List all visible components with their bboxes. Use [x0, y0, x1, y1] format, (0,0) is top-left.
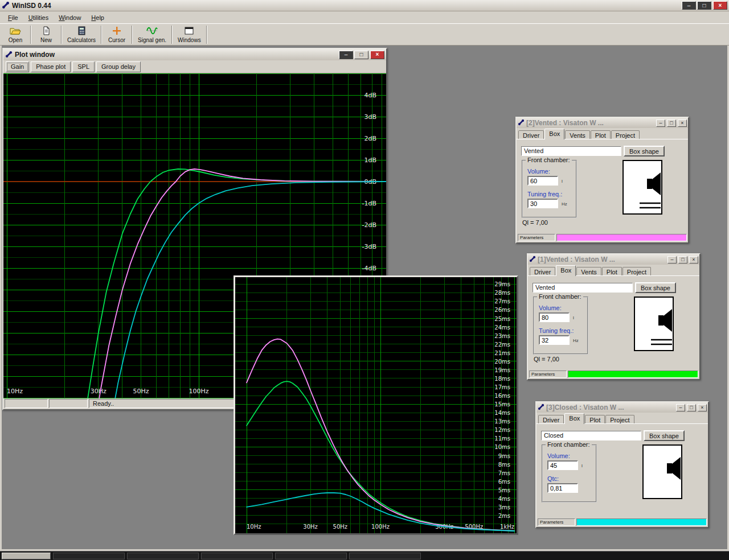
tab-phase-plot[interactable]: Phase plot — [31, 61, 71, 72]
group-delay-plot[interactable]: 29ms28ms27ms26ms25ms24ms23ms22ms21ms20ms… — [234, 275, 518, 535]
svg-text:15ms: 15ms — [494, 401, 510, 407]
minimize-button[interactable]: – — [656, 120, 665, 127]
svg-text:29ms: 29ms — [494, 281, 510, 287]
tab-plot[interactable]: Plot — [585, 415, 605, 424]
svg-text:-3dB: -3dB — [362, 243, 377, 250]
titlebar[interactable]: [3]Closed : Visaton W ... – □ × — [536, 402, 708, 413]
main-window-title: WinISD 0.44 — [12, 2, 679, 10]
windows-button[interactable]: Windows — [174, 24, 204, 45]
tab-gain[interactable]: Gain — [6, 61, 29, 72]
winisd-window-icon — [529, 256, 536, 263]
qtc-input[interactable] — [547, 483, 578, 493]
taskbar-button[interactable] — [53, 553, 125, 559]
new-button[interactable]: New — [33, 24, 59, 45]
tab-vents[interactable]: Vents — [576, 267, 601, 276]
maximize-button[interactable]: □ — [697, 1, 711, 10]
cursor-crosshair-icon — [111, 26, 122, 36]
tab-plot[interactable]: Plot — [602, 267, 622, 276]
minimize-button[interactable]: – — [676, 404, 685, 411]
app-icon — [2, 1, 10, 10]
tab-vents[interactable]: Vents — [565, 130, 590, 139]
group-label: Front chamber: — [546, 441, 592, 448]
tab-box[interactable]: Box — [556, 265, 576, 276]
box-type-field[interactable]: Vented — [533, 283, 633, 293]
menu-file[interactable]: File — [3, 13, 23, 23]
svg-text:30Hz: 30Hz — [91, 388, 107, 395]
plot-window-titlebar[interactable]: Plot window – □ × — [3, 49, 386, 60]
restore-button[interactable]: □ — [354, 51, 368, 59]
svg-text:8ms: 8ms — [498, 462, 510, 468]
svg-text:100Hz: 100Hz — [371, 524, 390, 530]
tab-project[interactable]: Project — [611, 130, 640, 139]
tab-group-delay[interactable]: Group delay — [96, 61, 141, 72]
minimize-button[interactable]: – — [682, 1, 696, 10]
svg-text:5ms: 5ms — [498, 487, 510, 493]
tab-box[interactable]: Box — [564, 413, 584, 424]
taskbar-button[interactable] — [127, 553, 199, 559]
signal-gen-button[interactable]: Signal gen. — [134, 24, 170, 45]
box-shape-button[interactable]: Box shape — [624, 146, 665, 157]
svg-text:4ms: 4ms — [498, 496, 510, 502]
main-titlebar[interactable]: WinISD 0.44 – □ × — [0, 0, 729, 11]
tab-project[interactable]: Project — [622, 267, 651, 276]
front-chamber-group: Front chamber: Volume: l Tuning freq.: H… — [522, 160, 577, 218]
volume-label: Volume: — [547, 452, 570, 459]
svg-text:10Hz: 10Hz — [247, 524, 261, 530]
tab-driver[interactable]: Driver — [518, 130, 544, 139]
close-button[interactable]: × — [370, 51, 384, 59]
tuning-freq-input[interactable] — [539, 335, 570, 345]
open-button[interactable]: Open — [2, 24, 28, 45]
volume-input[interactable] — [547, 460, 578, 470]
maximize-button[interactable]: □ — [687, 404, 696, 411]
taskbar-button[interactable] — [275, 553, 347, 559]
taskbar-button[interactable] — [2, 553, 51, 559]
titlebar[interactable]: [1]Vented : Visaton W ... – □ × — [528, 254, 699, 265]
cursor-button[interactable]: Cursor — [104, 24, 130, 45]
tab-box[interactable]: Box — [544, 129, 564, 139]
tab-project[interactable]: Project — [605, 415, 634, 424]
mdi-area: Plot window – □ × Gain Phase plot SPL Gr… — [2, 46, 727, 549]
menu-window[interactable]: Window — [54, 13, 86, 23]
box-type-field[interactable]: Vented — [521, 146, 621, 156]
parameters-cell: Parameters — [518, 234, 555, 241]
close-button[interactable]: × — [698, 404, 707, 411]
tuning-freq-input[interactable] — [527, 199, 558, 208]
box-type-field[interactable]: Closed — [541, 431, 641, 440]
tab-spl[interactable]: SPL — [72, 61, 95, 72]
qtc-label: Qtc: — [547, 475, 559, 482]
tab-plot[interactable]: Plot — [591, 130, 611, 139]
close-button[interactable]: × — [713, 1, 727, 10]
titlebar[interactable]: [2]Vented : Visaton W ... – □ × — [517, 118, 688, 128]
menu-utilities[interactable]: Utilities — [23, 13, 54, 23]
taskbar-button[interactable] — [201, 553, 273, 559]
volume-input[interactable] — [539, 312, 570, 322]
svg-text:2dB: 2dB — [364, 135, 376, 142]
tab-driver[interactable]: Driver — [538, 415, 564, 424]
svg-text:28ms: 28ms — [494, 290, 510, 296]
box-window-3-closed[interactable]: [3]Closed : Visaton W ... – □ × Driver B… — [535, 401, 709, 528]
parameters-bar — [568, 370, 698, 378]
volume-input[interactable] — [527, 176, 558, 186]
calculators-button[interactable]: Calculators — [64, 24, 99, 45]
status-cell — [49, 399, 88, 408]
minimize-button[interactable]: – — [667, 256, 677, 263]
box-window-1-vented[interactable]: [1]Vented : Visaton W ... – □ × Driver B… — [527, 253, 701, 380]
svg-text:25ms: 25ms — [494, 316, 510, 322]
tuning-freq-unit: Hz — [573, 338, 579, 343]
close-button[interactable]: × — [689, 256, 698, 263]
box-shape-button[interactable]: Box shape — [644, 430, 685, 441]
box-shape-button[interactable]: Box shape — [635, 282, 676, 293]
maximize-button[interactable]: □ — [678, 256, 687, 263]
minimize-button[interactable]: – — [339, 51, 353, 59]
box-window-2-vented[interactable]: [2]Vented : Visaton W ... – □ × Driver B… — [515, 117, 689, 244]
close-button[interactable]: × — [678, 120, 687, 127]
taskbar-button[interactable] — [349, 553, 421, 559]
menu-help[interactable]: Help — [86, 13, 109, 23]
svg-text:10ms: 10ms — [494, 444, 510, 450]
svg-text:24ms: 24ms — [494, 324, 510, 331]
svg-text:11ms: 11ms — [494, 435, 510, 442]
tab-driver[interactable]: Driver — [530, 267, 555, 276]
plot-window-title: Plot window — [15, 51, 337, 59]
tab-bar: Driver Box Vents Plot Project — [528, 265, 699, 276]
maximize-button[interactable]: □ — [667, 120, 676, 127]
